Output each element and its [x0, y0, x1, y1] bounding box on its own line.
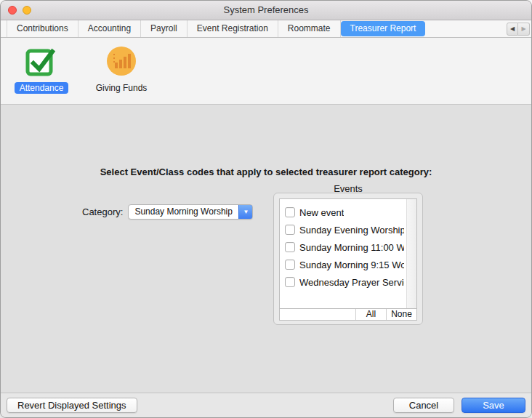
tab-bar: Contributions Accounting Payroll Event R…: [1, 20, 531, 38]
events-footer-bar: All None: [279, 309, 417, 321]
tab-payroll[interactable]: Payroll: [141, 20, 188, 37]
event-checkbox[interactable]: [285, 242, 295, 252]
event-label: New event: [299, 207, 344, 218]
system-preferences-window: System Preferences Contributions Account…: [0, 0, 532, 418]
tab-scroll-left-icon[interactable]: ◀: [507, 23, 518, 36]
event-checkbox[interactable]: [285, 225, 295, 235]
tab-event-registration[interactable]: Event Registration: [188, 20, 278, 37]
tab-treasurer-report[interactable]: Treasurer Report: [341, 21, 426, 36]
preferences-toolbar: Attendance Giving Funds: [1, 38, 531, 105]
revert-displayed-settings-button[interactable]: Revert Displayed Settings: [7, 398, 137, 413]
event-label: Wednesday Prayer Service: [299, 277, 404, 288]
event-row[interactable]: Sunday Morning 11:00 Worship: [280, 238, 416, 256]
event-row[interactable]: Wednesday Prayer Service: [280, 273, 416, 291]
giving-funds-chart-icon: [105, 45, 138, 79]
toolbar-item-label: Giving Funds: [91, 82, 153, 94]
category-row: Category: Sunday Morning Worship ▼: [82, 204, 253, 220]
save-button[interactable]: Save: [462, 398, 525, 413]
event-row[interactable]: New event: [280, 204, 416, 221]
event-label: Sunday Morning 9:15 Worship: [299, 260, 404, 270]
tab-contributions[interactable]: Contributions: [7, 20, 78, 37]
cancel-button[interactable]: Cancel: [393, 398, 454, 413]
close-icon[interactable]: [8, 6, 17, 15]
instruction-text: Select Event/Class codes that apply to s…: [1, 166, 531, 177]
events-list: New event Sunday Evening Worship Sunday …: [279, 198, 417, 309]
event-label: Sunday Evening Worship: [299, 225, 404, 236]
tab-roommate[interactable]: Roommate: [278, 20, 341, 37]
category-dropdown-value: Sunday Morning Worship: [134, 206, 233, 217]
toolbar-item-attendance[interactable]: Attendance: [12, 45, 70, 94]
window-title: System Preferences: [1, 1, 531, 20]
titlebar: System Preferences: [1, 1, 531, 20]
event-checkbox[interactable]: [285, 260, 295, 270]
category-label: Category:: [82, 206, 123, 217]
treasurer-report-pane: Select Event/Class codes that apply to s…: [1, 105, 531, 382]
tab-scroll-right-icon[interactable]: ▶: [518, 23, 530, 36]
event-label: Sunday Morning 11:00 Worship: [299, 242, 404, 253]
toolbar-item-label: Attendance: [15, 82, 69, 94]
event-checkbox[interactable]: [285, 277, 295, 287]
select-none-button[interactable]: None: [386, 309, 416, 320]
attendance-checkmark-icon: [25, 45, 58, 79]
event-row[interactable]: Sunday Evening Worship: [280, 221, 416, 238]
events-scrollbar[interactable]: [406, 199, 416, 308]
footer-bar: Revert Displayed Settings Cancel Save: [1, 393, 531, 417]
event-checkbox[interactable]: [285, 207, 295, 217]
tab-scroll-controls: ◀ ▶: [507, 20, 531, 37]
tab-accounting[interactable]: Accounting: [78, 20, 141, 37]
event-row[interactable]: Sunday Morning 9:15 Worship: [280, 256, 416, 273]
events-group-box: New event Sunday Evening Worship Sunday …: [273, 193, 423, 325]
toolbar-item-giving-funds[interactable]: Giving Funds: [92, 45, 150, 94]
traffic-lights: [8, 6, 31, 15]
select-all-button[interactable]: All: [355, 309, 386, 320]
category-dropdown[interactable]: Sunday Morning Worship ▼: [128, 204, 253, 220]
chevron-down-icon: ▼: [238, 204, 253, 220]
minimize-icon[interactable]: [23, 6, 31, 15]
